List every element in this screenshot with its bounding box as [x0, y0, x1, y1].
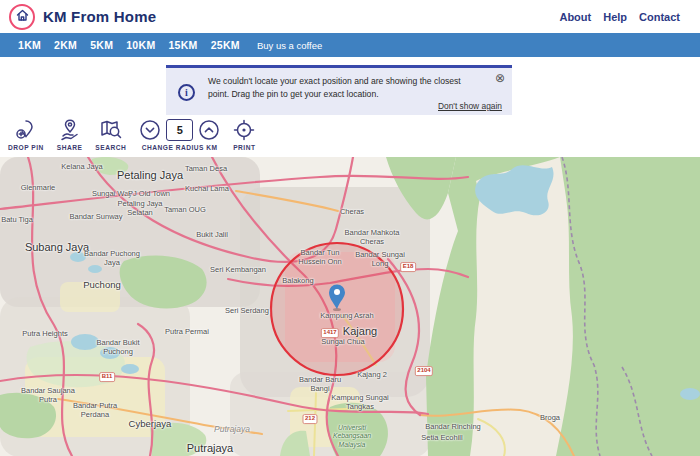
share-label: SHARE	[57, 144, 83, 151]
geolocation-notice: i We couldn't locate your exact position…	[166, 65, 512, 115]
nav-item-5km[interactable]: 5KM	[90, 39, 113, 51]
buy-us-a-coffee-link[interactable]: Buy us a coffee	[257, 40, 322, 51]
search-map-icon	[99, 119, 123, 141]
nav-item-10km[interactable]: 10KM	[126, 39, 155, 51]
nav-item-2km[interactable]: 2KM	[54, 39, 77, 51]
header: KM From Home About Help Contact	[0, 0, 700, 33]
home-logo[interactable]	[9, 4, 35, 30]
distance-nav: 1KM2KM5KM10KM15KM25KMBuy us a coffee	[0, 33, 700, 57]
link-contact[interactable]: Contact	[639, 11, 680, 23]
km-from-home-app: KM From Home About Help Contact 1KM2KM5K…	[0, 0, 700, 456]
radius-input[interactable]	[166, 119, 193, 141]
header-links: About Help Contact	[559, 11, 680, 23]
print-label: PRINT	[233, 144, 255, 151]
radius-decrease-button[interactable]	[139, 119, 161, 141]
link-about[interactable]: About	[559, 11, 591, 23]
nav-item-15km[interactable]: 15KM	[168, 39, 197, 51]
map-canvas[interactable]: Petaling JayaSubang JayaPuchongKajangCyb…	[0, 157, 700, 456]
nav-item-25km[interactable]: 25KM	[211, 39, 240, 51]
info-icon: i	[178, 84, 195, 101]
print-icon	[233, 119, 255, 141]
dont-show-again-link[interactable]: Don't show again	[438, 101, 502, 111]
radius-increase-button[interactable]	[198, 119, 220, 141]
close-icon[interactable]: ⊗	[495, 72, 505, 84]
print-button[interactable]: PRINT	[233, 119, 255, 151]
link-help[interactable]: Help	[603, 11, 627, 23]
drop-pin-icon	[14, 119, 38, 141]
share-button[interactable]: SHARE	[57, 119, 83, 151]
search-label: SEARCH	[95, 144, 126, 151]
house-icon	[16, 8, 29, 26]
site-title: KM From Home	[43, 8, 156, 25]
nav-item-1km[interactable]: 1KM	[18, 39, 41, 51]
share-location-icon	[59, 119, 81, 141]
toolbar: DROP PIN SHARE SEARCH	[8, 119, 255, 157]
drop-pin-button[interactable]: DROP PIN	[8, 119, 44, 151]
change-radius-label: CHANGE RADIUS KM	[142, 144, 218, 151]
notice-message: We couldn't locate your exact position a…	[208, 75, 466, 102]
drop-pin-label: DROP PIN	[8, 144, 44, 151]
change-radius-control: CHANGE RADIUS KM	[139, 119, 220, 151]
search-button[interactable]: SEARCH	[95, 119, 126, 151]
map-tiles	[0, 157, 700, 456]
